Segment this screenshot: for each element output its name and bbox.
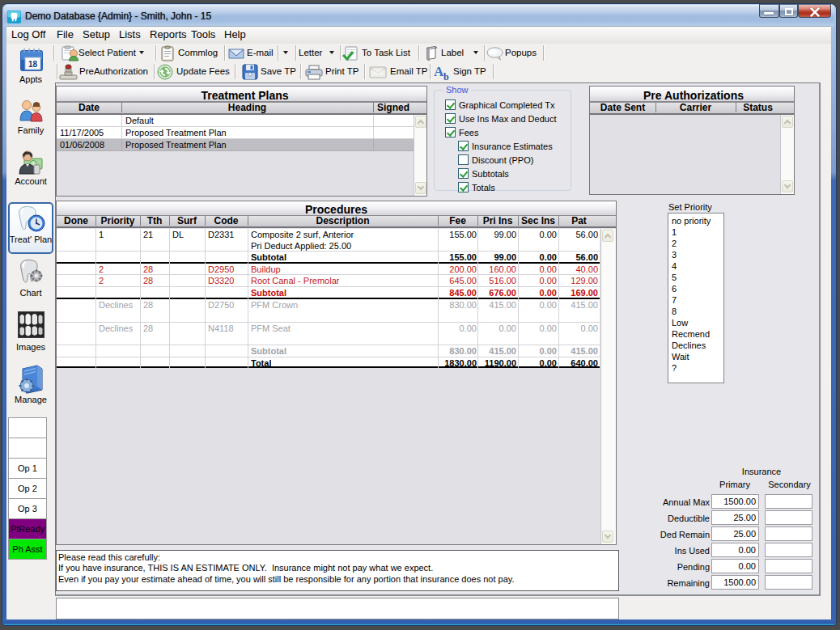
svg-text:b: b bbox=[443, 71, 449, 81]
svg-text:18: 18 bbox=[28, 60, 38, 69]
